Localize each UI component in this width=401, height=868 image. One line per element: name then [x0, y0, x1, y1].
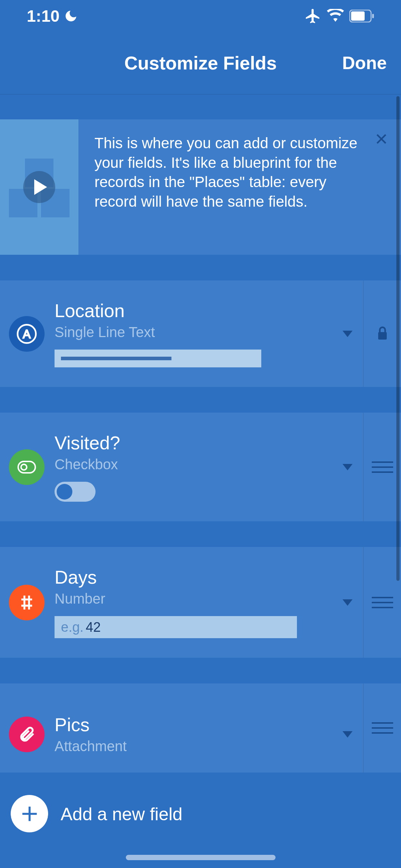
field-name: Visited? [55, 432, 333, 454]
field-type: Attachment [55, 738, 333, 754]
done-button[interactable]: Done [342, 53, 387, 73]
lock-icon [376, 325, 389, 342]
attachment-field-icon [9, 717, 45, 752]
text-preview [55, 350, 261, 367]
example-prefix: e.g. [61, 620, 83, 635]
svg-text:A: A [23, 327, 31, 340]
field-row-visited[interactable]: Visited? Checkbox [0, 413, 401, 521]
field-main[interactable]: Visited? Checkbox [0, 413, 364, 521]
chevron-down-icon [343, 731, 353, 738]
battery-icon [349, 10, 374, 22]
field-row-location[interactable]: A Location Single Line Text [0, 280, 401, 387]
page-title: Customize Fields [124, 52, 277, 74]
number-field-icon [9, 585, 45, 620]
field-main[interactable]: Pics Attachment [0, 683, 364, 773]
example-value: 42 [86, 620, 101, 635]
field-main[interactable]: A Location Single Line Text [0, 280, 364, 387]
drag-handle[interactable] [364, 547, 401, 658]
drag-icon [372, 597, 393, 608]
chevron-down-icon [343, 331, 353, 337]
field-name: Pics [55, 714, 333, 735]
field-body: Pics Attachment [55, 714, 333, 754]
content: This is where you can add or customize y… [0, 94, 401, 773]
field-name: Location [55, 300, 333, 321]
toggle-preview[interactable] [55, 482, 96, 502]
svg-rect-2 [372, 14, 374, 18]
scroll-indicator[interactable] [396, 96, 400, 581]
field-type: Number [55, 591, 333, 607]
field-body: Days Number e.g. 42 [55, 567, 333, 638]
plus-icon [20, 804, 39, 823]
status-time: 1:10 [27, 6, 60, 26]
field-row-days[interactable]: Days Number e.g. 42 [0, 547, 401, 658]
text-field-icon: A [9, 316, 45, 352]
info-text: This is where you can add or customize y… [78, 119, 401, 255]
chevron-down-icon [343, 599, 353, 606]
wifi-icon [327, 9, 344, 23]
close-icon [375, 133, 388, 145]
field-body: Visited? Checkbox [55, 432, 333, 502]
svg-rect-1 [351, 11, 365, 21]
add-field-button[interactable] [11, 795, 48, 832]
home-indicator[interactable] [126, 855, 276, 860]
field-type: Single Line Text [55, 324, 333, 340]
field-body: Location Single Line Text [55, 300, 333, 367]
info-banner: This is where you can add or customize y… [0, 119, 401, 255]
add-field-label: Add a new field [61, 795, 182, 825]
svg-rect-5 [378, 332, 387, 340]
field-row-pics[interactable]: Pics Attachment [0, 683, 401, 773]
chevron-down-icon [343, 464, 353, 470]
airplane-icon [304, 7, 322, 25]
close-info-button[interactable] [372, 130, 390, 148]
field-lock-area [364, 280, 401, 387]
info-video-thumb[interactable] [0, 119, 78, 255]
status-bar: 1:10 [0, 0, 401, 32]
play-icon [23, 171, 55, 203]
nav-bar: Customize Fields Done [0, 32, 401, 94]
status-time-group: 1:10 [27, 6, 78, 26]
number-preview: e.g. 42 [55, 616, 297, 638]
moon-icon [64, 9, 78, 23]
svg-point-7 [21, 464, 27, 470]
drag-icon [372, 461, 393, 473]
checkbox-field-icon [9, 449, 45, 485]
drag-icon [372, 722, 393, 734]
drag-handle[interactable] [364, 413, 401, 521]
field-type: Checkbox [55, 456, 333, 472]
drag-handle[interactable] [364, 683, 401, 773]
status-icons [304, 7, 374, 25]
field-name: Days [55, 567, 333, 588]
field-main[interactable]: Days Number e.g. 42 [0, 547, 364, 658]
